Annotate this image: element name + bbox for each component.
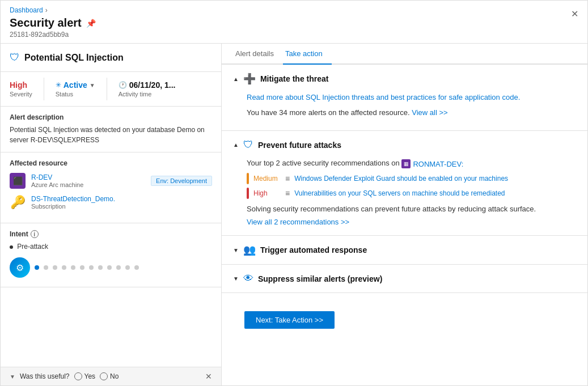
alert-name: Potential SQL Injection — [24, 53, 124, 63]
breadcrumb-chevron-icon: › — [45, 6, 48, 14]
trigger-icon: 👥 — [243, 244, 256, 256]
medium-severity-bar — [247, 173, 249, 184]
mitigate-chevron-icon: ▲ — [233, 76, 239, 82]
resource-grid-icon: ▦ — [401, 159, 411, 168]
trigger-chevron-icon: ▼ — [233, 247, 239, 253]
feedback-no-radio[interactable] — [100, 372, 108, 380]
feedback-text: Was this useful? — [20, 372, 70, 380]
recommendation-row-2: High ≡ Vulnerabilities on your SQL serve… — [247, 188, 576, 199]
mitigate-header[interactable]: ▲ ➕ Mitigate the threat — [222, 65, 587, 93]
prevent-accordion: ▲ 🛡 Prevent future attacks Your top 2 ac… — [222, 131, 587, 236]
breadcrumb[interactable]: Dashboard › — [10, 6, 578, 14]
suppress-header[interactable]: ▼ 👁 Suppress similar alerts (preview) — [222, 265, 587, 292]
prevent-header[interactable]: ▲ 🛡 Prevent future attacks — [222, 131, 587, 159]
dot-8 — [98, 265, 103, 270]
prevent-footer: Solving security recommendations can pre… — [247, 205, 576, 213]
suppress-icon: 👁 — [243, 273, 253, 285]
high-severity-bar — [247, 188, 249, 199]
feedback-yes-radio[interactable] — [74, 372, 82, 380]
prevent-resource-link[interactable]: RONMAT-DEV: — [413, 160, 463, 168]
mitigate-view-all-link[interactable]: View all >> — [412, 108, 447, 117]
mitigate-body: Read more about SQL Injection threats an… — [222, 93, 587, 130]
feedback-close-button[interactable]: ✕ — [205, 372, 212, 381]
trigger-accordion: ▼ 👥 Trigger automated response — [222, 236, 587, 265]
page-title: Security alert — [10, 16, 82, 29]
tab-alert-details[interactable]: Alert details — [233, 44, 283, 65]
severity-value: High — [10, 80, 32, 90]
prevent-body: Your top 2 active security recommendatio… — [222, 159, 587, 235]
mitigate-link[interactable]: Read more about SQL Injection threats an… — [247, 93, 520, 101]
trigger-title: Trigger automated response — [260, 245, 367, 254]
resource-item-2: 🔑 DS-ThreatDetection_Demo. Subscription — [10, 194, 212, 210]
prevent-intro: Your top 2 active security recommendatio… — [247, 159, 576, 168]
intent-title: Intent i — [10, 230, 212, 238]
recommendation-link-2[interactable]: Vulnerabilities on your SQL servers on m… — [294, 189, 505, 197]
suppress-accordion: ▼ 👁 Suppress similar alerts (preview) — [222, 265, 587, 293]
alert-title-section: 🛡 Potential SQL Injection — [1, 44, 221, 72]
next-take-action-button[interactable]: Next: Take Action >> — [244, 311, 335, 329]
spinner-icon: ✳ — [56, 81, 61, 89]
recommendation-link-1[interactable]: Windows Defender Exploit Guard should be… — [294, 175, 508, 183]
severity-label: Severity — [10, 91, 32, 97]
intent-info-icon[interactable]: i — [31, 230, 39, 238]
resource1-name[interactable]: R-DEV — [31, 173, 83, 181]
breadcrumb-text: Dashboard — [10, 6, 43, 14]
feedback-bar: ▼ Was this useful? Yes No ✕ — [1, 367, 221, 385]
dot-3 — [53, 265, 57, 270]
dot-7 — [89, 265, 94, 270]
resource1-type: Azure Arc machine — [31, 181, 83, 188]
mitigate-alerts-text: You have 34 more alerts on the affected … — [247, 108, 576, 117]
activity-label: Activity time — [119, 91, 176, 97]
dot-6 — [80, 265, 84, 270]
recommendation-row-1: Medium ≡ Windows Defender Exploit Guard … — [247, 173, 576, 184]
intent-bullet-label: Pre-attack — [10, 243, 212, 251]
progress-icon: ⚙ — [10, 257, 30, 278]
resource-item-1: ⬛ R-DEV Azure Arc machine Env: Developme… — [10, 173, 212, 189]
affected-resource-section: Affected resource ⬛ R-DEV Azure Arc mach… — [1, 152, 221, 223]
resource2-type: Subscription — [31, 203, 115, 210]
dot-5 — [71, 265, 75, 270]
tab-take-action[interactable]: Take action — [283, 44, 332, 65]
clock-icon: 🕐 — [119, 81, 127, 89]
pin-icon[interactable]: 📌 — [86, 19, 96, 28]
trigger-header[interactable]: ▼ 👥 Trigger automated response — [222, 236, 587, 264]
progress-dots: ⚙ — [10, 255, 212, 280]
feedback-chevron-icon[interactable]: ▼ — [10, 374, 15, 380]
description-title: Alert description — [10, 113, 212, 121]
medium-severity-label: Medium — [253, 175, 281, 183]
intent-dot-icon — [10, 245, 13, 249]
tabs: Alert details Take action — [222, 44, 587, 65]
alert-id: 25181-892ad5bb9a — [10, 31, 578, 39]
activity-value: 06/11/20, 1... — [129, 80, 176, 90]
dot-2 — [44, 265, 48, 270]
prevent-shield-icon: 🛡 — [243, 139, 253, 151]
dot-9 — [107, 265, 112, 270]
description-text: Potential SQL Injection was detected on … — [10, 125, 212, 145]
mitigate-icon: ➕ — [243, 73, 256, 85]
prevent-title: Prevent future attacks — [258, 141, 341, 150]
intent-section: Intent i Pre-attack ⚙ — [1, 223, 221, 287]
close-button[interactable]: ✕ — [571, 9, 578, 19]
feedback-yes-option[interactable]: Yes — [74, 372, 96, 380]
dot-10 — [116, 265, 121, 270]
description-section: Alert description Potential SQL Injectio… — [1, 107, 221, 152]
dot-1 — [35, 265, 39, 270]
dot-11 — [125, 265, 130, 270]
list-icon-2: ≡ — [285, 189, 290, 198]
resource2-name[interactable]: DS-ThreatDetection_Demo. — [31, 195, 115, 203]
status-label: Status — [56, 91, 95, 97]
severity-item: High Severity — [10, 80, 32, 97]
affected-title: Affected resource — [10, 159, 212, 167]
mitigate-accordion: ▲ ➕ Mitigate the threat Read more about … — [222, 65, 587, 131]
arc-machine-icon: ⬛ — [10, 173, 26, 189]
dot-4 — [62, 265, 66, 270]
list-icon-1: ≡ — [285, 174, 290, 183]
view-all-recommendations-link[interactable]: View all 2 recommendations >> — [247, 218, 349, 226]
env-badge: Env: Development — [151, 176, 212, 186]
next-button-container: Next: Take Action >> — [222, 293, 587, 347]
feedback-no-option[interactable]: No — [100, 372, 119, 380]
suppress-chevron-icon: ▼ — [233, 275, 239, 282]
status-chevron-icon[interactable]: ▼ — [90, 82, 95, 88]
right-content: ▲ ➕ Mitigate the threat Read more about … — [222, 65, 587, 385]
suppress-title: Suppress similar alerts (preview) — [258, 274, 382, 283]
